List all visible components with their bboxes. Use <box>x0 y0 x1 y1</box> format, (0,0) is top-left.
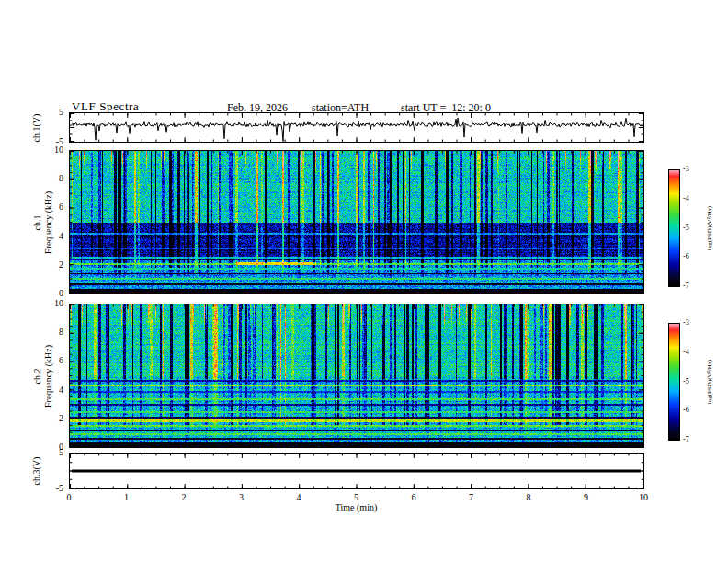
y-tick-label: 2 <box>36 259 63 270</box>
ch2-spectrogram-panel <box>69 304 644 448</box>
y-axis-label-ch2-spectrogram: ch.2 Frequency (kHz) <box>32 344 53 407</box>
x-tick-label: 1 <box>117 492 137 503</box>
colorbar-tick-label: -5 <box>683 224 689 232</box>
x-tick-label: 6 <box>404 492 424 503</box>
x-tick-label: 10 <box>633 492 654 503</box>
colorbar-tick-label: -7 <box>683 282 689 290</box>
x-tick-label: 2 <box>174 492 194 503</box>
colorbar-tick-label: -3 <box>683 165 689 173</box>
y-tick-label: 10 <box>36 144 63 155</box>
ch1-spectrogram-panel <box>69 150 644 294</box>
colorbar-tick-label: -4 <box>683 194 689 202</box>
y-tick-label: 2 <box>36 413 63 424</box>
y-axis-label-ch3-waveform: ch.3(V) <box>31 457 42 486</box>
colorbar-tick-label: -6 <box>683 252 689 260</box>
y-tick-label: 8 <box>36 173 63 184</box>
colorbar-2 <box>668 323 680 441</box>
colorbar-label-2: log(PSD)(V²/Hz) <box>706 360 713 404</box>
y-tick-label: 8 <box>36 327 63 338</box>
colorbar-1 <box>668 169 680 287</box>
x-tick-label: 3 <box>232 492 252 503</box>
ch3-waveform-canvas <box>70 454 643 488</box>
vlf-spectra-figure: VLF Spectra Feb. 19, 2026 station=ATH st… <box>0 0 728 563</box>
colorbar-tick-label: -7 <box>683 435 689 443</box>
colorbar-tick-label: -5 <box>683 377 689 385</box>
x-tick-label: 4 <box>289 492 309 503</box>
ch1-spectrogram-canvas <box>70 151 643 293</box>
ch1-waveform-canvas <box>70 113 643 142</box>
x-tick-label: 7 <box>461 492 482 503</box>
y-tick-label: 10 <box>36 298 63 309</box>
colorbar-label-1: log(PSD)(V²/Hz) <box>706 206 713 250</box>
x-tick-label: 8 <box>518 492 539 503</box>
ch3-waveform-panel <box>69 453 644 489</box>
colorbar-tick-label: -6 <box>683 406 689 414</box>
colorbar-tick-label: -3 <box>683 318 689 327</box>
ch2-spectrogram-canvas <box>70 304 643 447</box>
colorbar-tick-label: -4 <box>683 348 689 356</box>
x-tick-label: 5 <box>347 492 367 503</box>
y-axis-label-ch1-waveform: ch.1(V) <box>31 113 42 142</box>
y-axis-label-ch1-spectrogram: ch.1 Frequency (kHz) <box>32 190 53 253</box>
x-axis-label: Time (min) <box>336 502 377 513</box>
y-tick-label: 0 <box>36 288 63 299</box>
colorbar-2-canvas <box>669 324 679 440</box>
colorbar-1-canvas <box>669 170 679 286</box>
x-tick-label: 9 <box>576 492 597 503</box>
ch1-waveform-panel <box>69 112 644 143</box>
x-tick-label: 0 <box>59 492 79 503</box>
